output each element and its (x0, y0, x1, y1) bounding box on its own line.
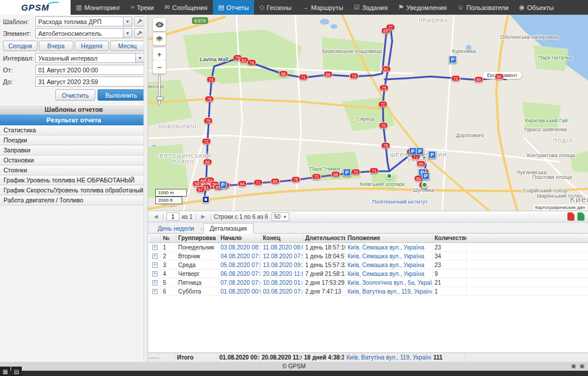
element-select[interactable]: Автобетоносмеситель ▼ (35, 28, 132, 38)
speed-event-marker[interactable]: 70 (379, 122, 388, 129)
table-row[interactable]: +6Суббота01.08.2020 00:00:4703.08.2020 0… (149, 287, 588, 296)
speed-event-marker[interactable]: 80 (495, 74, 504, 80)
nav-item-tasks[interactable]: ☑Задания (349, 0, 393, 15)
nav-item-messages[interactable]: ✉Сообщения (159, 0, 213, 15)
end-time-link[interactable]: 20.08.2020 11:08:50 (261, 269, 303, 278)
panel-toggle-button[interactable]: ▤ (11, 367, 22, 376)
report-section-item[interactable]: Стоянки (0, 165, 148, 175)
yesterday-button[interactable]: Вчера (39, 41, 74, 51)
map-canvas[interactable]: ПРИОРКАНОВОБІЛИЧІСВЯТОШИНСЬКИЙ РАЙОНШЕВЧ… (148, 15, 588, 211)
nav-item-routes[interactable]: →Маршруты (297, 0, 349, 15)
table-row[interactable]: +1Понедельник03.08.2020 08:13:5511.08.20… (149, 243, 588, 252)
speed-event-marker[interactable]: 70 (351, 169, 360, 175)
end-time-link[interactable]: 13.08.2020 09:23:41 (261, 261, 303, 269)
table-row[interactable]: +2Вторник04.08.2020 07:34:0112.08.2020 0… (149, 252, 588, 261)
column-header[interactable]: Начало (219, 234, 261, 242)
excel-export-icon[interactable] (577, 212, 584, 221)
start-time-link[interactable]: 03.08.2020 08:13:55 (219, 243, 261, 251)
parking-marker[interactable]: P (343, 169, 351, 177)
speed-event-marker[interactable]: 69 (474, 76, 483, 83)
location-link[interactable]: Київ, Семашка вул., Україна (346, 261, 433, 269)
speed-event-marker[interactable]: 72 (378, 101, 387, 108)
status-marker[interactable] (386, 173, 393, 179)
parking-marker[interactable]: P (449, 56, 457, 64)
chevron-down-icon[interactable]: ▼ (123, 29, 132, 38)
chevron-down-icon[interactable]: ▼ (123, 17, 132, 26)
speed-event-marker[interactable]: 57 (196, 187, 205, 193)
template-select[interactable]: Расхода топлива ДРП ▼ (35, 16, 132, 26)
speed-event-marker[interactable]: 73 (349, 73, 359, 79)
column-header[interactable]: Конец (261, 234, 303, 242)
column-header[interactable]: Длительность (303, 234, 346, 242)
table-row[interactable]: +5Пятница07.08.2020 07:47:3810.08.2020 0… (149, 278, 588, 287)
zoom-slider-handle[interactable] (156, 97, 163, 101)
clear-button[interactable]: Очистить (55, 89, 95, 101)
report-section-item[interactable]: Остановки (0, 155, 148, 165)
speed-event-marker[interactable]: 68 (331, 171, 340, 178)
column-header[interactable]: Количество (433, 234, 467, 242)
nav-item-users[interactable]: ☺Пользователи (452, 0, 514, 15)
position-marker[interactable] (202, 196, 209, 203)
expand-row-icon[interactable]: + (152, 289, 158, 294)
end-time-link[interactable]: 12.08.2020 07:59:39 (261, 252, 303, 260)
run-button[interactable]: Выполнить (98, 89, 145, 101)
column-header[interactable] (149, 234, 161, 242)
monitor-status-icon[interactable]: ▣ (571, 363, 576, 369)
expand-row-icon[interactable]: + (152, 271, 158, 277)
speed-event-marker[interactable]: 75 (203, 118, 213, 124)
start-time-link[interactable]: 01.08.2020 00:00:47 (219, 287, 261, 295)
speed-event-marker[interactable]: 73 (369, 168, 379, 174)
report-section-item[interactable]: График Уровень топлива НЕ ОБРАБОТАНЫЙ (0, 175, 148, 185)
pdf-export-icon[interactable] (567, 212, 574, 221)
speed-event-marker[interactable]: 66 (323, 71, 333, 78)
table-row[interactable]: +4Четверг06.08.2020 07:54:4720.08.2020 1… (149, 269, 588, 278)
expand-row-icon[interactable]: + (152, 245, 158, 250)
sidebar-scrollbar[interactable] (143, 15, 148, 362)
gpsm-logo[interactable]: GPSM (0, 0, 71, 15)
to-date-input[interactable] (35, 76, 145, 86)
page-number-input[interactable] (166, 212, 179, 221)
end-time-link[interactable]: 11.08.2020 08:00:13 (261, 243, 303, 251)
column-header[interactable]: Положение (346, 234, 433, 242)
report-section-item[interactable]: Заправки (0, 145, 148, 155)
expand-row-icon[interactable]: + (152, 262, 158, 268)
nav-item-reports[interactable]: ▤Отчеты (213, 0, 254, 15)
speed-event-marker[interactable]: 69 (203, 159, 212, 165)
location-link[interactable]: Київ, Семашка вул., Україна (346, 243, 433, 251)
map-layers-button[interactable] (153, 32, 166, 45)
start-time-link[interactable]: 05.08.2020 07:52:56 (219, 261, 261, 269)
speed-event-marker[interactable]: 72 (312, 174, 321, 180)
speed-event-marker[interactable]: 71 (299, 74, 308, 81)
zoom-out-button[interactable]: − (153, 61, 166, 74)
month-button[interactable]: Месяц (110, 41, 145, 51)
speed-event-marker[interactable]: 64 (238, 181, 247, 187)
tab-details[interactable]: Детализация (203, 223, 253, 234)
speed-event-marker[interactable]: 77 (386, 24, 395, 31)
start-time-link[interactable]: 06.08.2020 07:54:47 (219, 269, 261, 278)
prev-page-button[interactable]: ◀ (152, 212, 160, 221)
speed-event-marker[interactable]: 72 (451, 75, 460, 82)
speed-event-marker[interactable]: 72 (202, 138, 211, 145)
from-date-input[interactable] (35, 65, 145, 75)
expand-row-icon[interactable]: + (152, 254, 158, 259)
speed-event-marker[interactable]: 78 (205, 96, 214, 102)
speed-event-marker[interactable]: 75 (379, 85, 389, 91)
report-section-item[interactable]: График Скорость/Уровень топлива обработа… (0, 185, 148, 195)
tab-day-of-week[interactable]: День недели (152, 224, 200, 233)
speed-event-marker[interactable]: 69 (416, 161, 426, 167)
vehicle-track-path[interactable] (385, 76, 506, 80)
apps-grid-button[interactable]: ▦ (0, 367, 11, 376)
page-size-select[interactable]: 50 ▼ (272, 212, 289, 221)
location-link[interactable]: Київ, Семашка вул., Україна (346, 269, 433, 278)
parking-marker[interactable]: P (422, 172, 430, 180)
speed-event-marker[interactable]: 74 (206, 76, 216, 83)
report-result-header[interactable]: Результат отчета (0, 115, 148, 125)
speed-event-marker[interactable]: 68 (279, 71, 288, 77)
next-page-button[interactable]: ▶ (199, 212, 208, 221)
nav-item-objects[interactable]: ◉Объекты (514, 0, 559, 15)
nav-item-tracks[interactable]: ≈Треки (125, 0, 159, 15)
parking-marker[interactable]: P (219, 181, 227, 189)
speed-event-marker[interactable]: 69 (270, 178, 280, 185)
today-button[interactable]: Сегодня (3, 41, 38, 51)
nav-item-geozones[interactable]: ◇Геозоны (254, 0, 297, 15)
